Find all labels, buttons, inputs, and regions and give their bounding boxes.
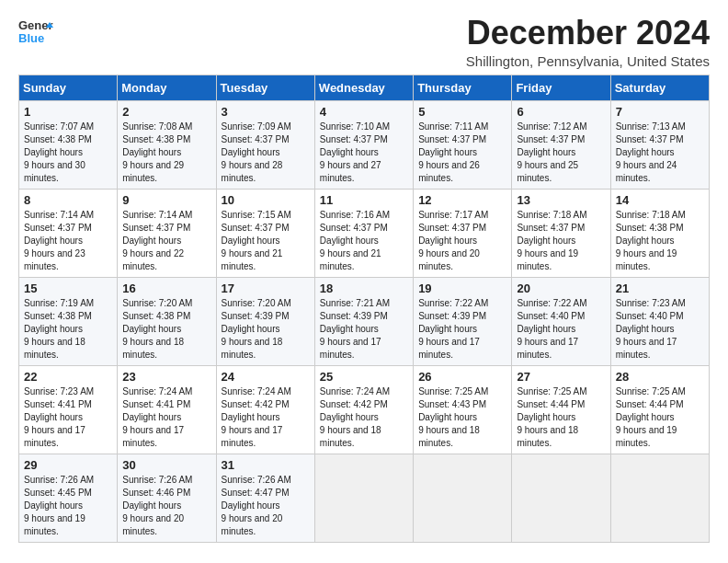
table-row: 24 Sunrise: 7:24 AMSunset: 4:42 PMDaylig… [216,365,314,454]
month-title: December 2024 [466,15,710,52]
day-number: 15 [24,282,112,295]
week-row-2: 8 Sunrise: 7:14 AMSunset: 4:37 PMDayligh… [19,189,710,277]
table-row: 4 Sunrise: 7:10 AMSunset: 4:37 PMDayligh… [314,100,413,189]
day-info: Sunrise: 7:22 AMSunset: 4:40 PMDaylight … [517,297,605,362]
day-info: Sunrise: 7:22 AMSunset: 4:39 PMDaylight … [418,297,506,362]
table-row: 19 Sunrise: 7:22 AMSunset: 4:39 PMDaylig… [414,277,512,365]
day-info: Sunrise: 7:21 AMSunset: 4:39 PMDaylight … [320,297,408,362]
week-row-4: 22 Sunrise: 7:23 AMSunset: 4:41 PMDaylig… [19,365,710,454]
calendar-table: Sunday Monday Tuesday Wednesday Thursday… [18,75,710,543]
table-row: 31 Sunrise: 7:26 AMSunset: 4:47 PMDaylig… [216,454,314,542]
table-row: 27 Sunrise: 7:25 AMSunset: 4:44 PMDaylig… [512,365,610,454]
table-row: 18 Sunrise: 7:21 AMSunset: 4:39 PMDaylig… [314,277,413,365]
col-saturday: Saturday [610,75,709,100]
day-number: 1 [24,105,112,119]
table-row: 26 Sunrise: 7:25 AMSunset: 4:43 PMDaylig… [414,365,512,454]
day-info: Sunrise: 7:23 AMSunset: 4:41 PMDaylight … [24,385,112,450]
day-number: 23 [122,370,210,384]
day-info: Sunrise: 7:15 AMSunset: 4:37 PMDaylight … [222,209,310,273]
location: Shillington, Pennsylvania, United States [466,53,710,69]
day-number: 3 [222,105,310,119]
table-row: 29 Sunrise: 7:26 AMSunset: 4:45 PMDaylig… [19,454,118,542]
day-info: Sunrise: 7:25 AMSunset: 4:43 PMDaylight … [418,385,506,450]
table-row: 20 Sunrise: 7:22 AMSunset: 4:40 PMDaylig… [512,277,610,365]
day-number: 12 [418,193,506,207]
day-info: Sunrise: 7:25 AMSunset: 4:44 PMDaylight … [517,385,605,450]
table-row: 3 Sunrise: 7:09 AMSunset: 4:37 PMDayligh… [216,100,314,189]
header: General Blue December 2024 Shillington, … [18,15,710,69]
day-number: 17 [222,282,310,295]
day-number: 18 [320,282,408,295]
calendar-header-row: Sunday Monday Tuesday Wednesday Thursday… [19,75,710,100]
table-row: 17 Sunrise: 7:20 AMSunset: 4:39 PMDaylig… [216,277,314,365]
day-number: 30 [122,458,210,472]
day-number: 6 [517,105,605,119]
day-number: 8 [24,193,112,207]
title-block: December 2024 Shillington, Pennsylvania,… [466,15,710,69]
day-number: 9 [122,193,210,207]
table-row [314,454,413,542]
week-row-3: 15 Sunrise: 7:19 AMSunset: 4:38 PMDaylig… [19,277,710,365]
week-row-1: 1 Sunrise: 7:07 AMSunset: 4:38 PMDayligh… [19,100,710,189]
day-number: 10 [222,193,310,207]
day-info: Sunrise: 7:11 AMSunset: 4:37 PMDaylight … [418,121,506,185]
day-number: 13 [517,193,605,207]
table-row: 30 Sunrise: 7:26 AMSunset: 4:46 PMDaylig… [118,454,216,542]
day-number: 28 [616,370,704,384]
day-info: Sunrise: 7:17 AMSunset: 4:37 PMDaylight … [418,209,506,273]
table-row: 1 Sunrise: 7:07 AMSunset: 4:38 PMDayligh… [19,100,118,189]
day-number: 21 [616,282,704,295]
day-info: Sunrise: 7:07 AMSunset: 4:38 PMDaylight … [24,121,112,185]
table-row: 21 Sunrise: 7:23 AMSunset: 4:40 PMDaylig… [610,277,709,365]
day-info: Sunrise: 7:10 AMSunset: 4:37 PMDaylight … [320,121,408,185]
day-number: 14 [616,193,704,207]
day-info: Sunrise: 7:24 AMSunset: 4:42 PMDaylight … [320,385,408,450]
table-row: 28 Sunrise: 7:25 AMSunset: 4:44 PMDaylig… [610,365,709,454]
day-number: 24 [222,370,310,384]
table-row: 14 Sunrise: 7:18 AMSunset: 4:38 PMDaylig… [610,189,709,277]
day-info: Sunrise: 7:12 AMSunset: 4:37 PMDaylight … [517,121,605,185]
day-number: 2 [122,105,210,119]
col-wednesday: Wednesday [314,75,413,100]
table-row [512,454,610,542]
day-number: 5 [418,105,506,119]
table-row: 7 Sunrise: 7:13 AMSunset: 4:37 PMDayligh… [610,100,709,189]
table-row: 13 Sunrise: 7:18 AMSunset: 4:37 PMDaylig… [512,189,610,277]
svg-text:Blue: Blue [18,31,44,45]
day-info: Sunrise: 7:19 AMSunset: 4:38 PMDaylight … [24,297,112,362]
table-row: 15 Sunrise: 7:19 AMSunset: 4:38 PMDaylig… [19,277,118,365]
day-info: Sunrise: 7:08 AMSunset: 4:38 PMDaylight … [122,121,210,185]
day-number: 16 [122,282,210,295]
day-info: Sunrise: 7:16 AMSunset: 4:37 PMDaylight … [320,209,408,273]
week-row-5: 29 Sunrise: 7:26 AMSunset: 4:45 PMDaylig… [19,454,710,542]
day-info: Sunrise: 7:25 AMSunset: 4:44 PMDaylight … [616,385,704,450]
day-number: 19 [418,282,506,295]
day-info: Sunrise: 7:24 AMSunset: 4:42 PMDaylight … [222,385,310,450]
day-info: Sunrise: 7:26 AMSunset: 4:45 PMDaylight … [24,474,112,538]
table-row [610,454,709,542]
logo: General Blue [18,15,53,50]
col-thursday: Thursday [414,75,512,100]
day-info: Sunrise: 7:14 AMSunset: 4:37 PMDaylight … [24,209,112,273]
table-row: 9 Sunrise: 7:14 AMSunset: 4:37 PMDayligh… [118,189,216,277]
table-row: 5 Sunrise: 7:11 AMSunset: 4:37 PMDayligh… [414,100,512,189]
day-info: Sunrise: 7:23 AMSunset: 4:40 PMDaylight … [616,297,704,362]
table-row: 25 Sunrise: 7:24 AMSunset: 4:42 PMDaylig… [314,365,413,454]
table-row: 23 Sunrise: 7:24 AMSunset: 4:41 PMDaylig… [118,365,216,454]
table-row: 10 Sunrise: 7:15 AMSunset: 4:37 PMDaylig… [216,189,314,277]
day-info: Sunrise: 7:13 AMSunset: 4:37 PMDaylight … [616,121,704,185]
table-row: 12 Sunrise: 7:17 AMSunset: 4:37 PMDaylig… [414,189,512,277]
day-info: Sunrise: 7:09 AMSunset: 4:37 PMDaylight … [222,121,310,185]
col-tuesday: Tuesday [216,75,314,100]
day-number: 22 [24,370,112,384]
day-info: Sunrise: 7:14 AMSunset: 4:37 PMDaylight … [122,209,210,273]
table-row: 16 Sunrise: 7:20 AMSunset: 4:38 PMDaylig… [118,277,216,365]
day-info: Sunrise: 7:20 AMSunset: 4:39 PMDaylight … [222,297,310,362]
table-row: 11 Sunrise: 7:16 AMSunset: 4:37 PMDaylig… [314,189,413,277]
day-info: Sunrise: 7:26 AMSunset: 4:46 PMDaylight … [122,474,210,538]
day-info: Sunrise: 7:18 AMSunset: 4:38 PMDaylight … [616,209,704,273]
day-number: 31 [222,458,310,472]
table-row: 6 Sunrise: 7:12 AMSunset: 4:37 PMDayligh… [512,100,610,189]
day-number: 29 [24,458,112,472]
day-number: 26 [418,370,506,384]
